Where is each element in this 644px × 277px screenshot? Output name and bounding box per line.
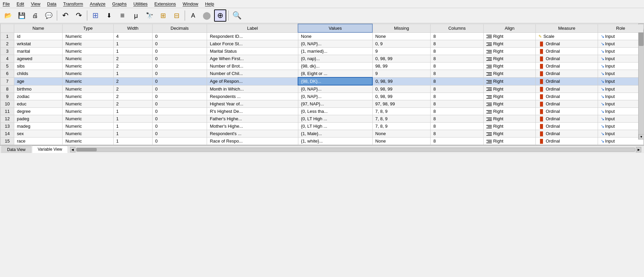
cell-align: Right (483, 40, 536, 48)
dialog-button[interactable]: 💬 (43, 9, 55, 22)
table-row[interactable]: 14sexNumeric10Respondent's ...{1, Male}.… (1, 130, 644, 137)
menu-analyze[interactable]: Analyze (89, 1, 107, 7)
cell-measure: ▐▌Ordinal (536, 40, 598, 48)
toolbar-separator (57, 10, 57, 21)
print-button[interactable]: 🖨 (29, 9, 41, 22)
cell-values: {1, Male}... (298, 130, 372, 137)
cell-columns: 8 (431, 137, 484, 145)
cell-columns: 8 (431, 108, 484, 115)
hscroll-track[interactable] (76, 148, 635, 152)
font-button[interactable]: A (187, 9, 199, 22)
hscroll-left-arrow[interactable]: ◀ (70, 147, 75, 152)
menu-graphs[interactable]: Graphs (111, 1, 128, 7)
mean-button[interactable]: μ (130, 9, 142, 22)
menu-extensions[interactable]: Extensions (153, 1, 177, 7)
col-header-row (1, 24, 14, 32)
cell-decimals: 0 (152, 108, 207, 115)
cell-type: Numeric (63, 62, 113, 70)
table-row[interactable]: 9zodiacNumeric20Respondents ...{0, NAP}.… (1, 93, 644, 100)
table-row[interactable]: 7ageNumeric20Age of Respon...{98, DK}...… (1, 77, 644, 85)
measure-ordinal-icon: ▐▌ (538, 42, 544, 46)
cell-role: ↘Input (598, 115, 643, 123)
cell-align: Right (483, 85, 536, 93)
cell-align: Right (483, 48, 536, 55)
cell-type: Numeric (63, 85, 113, 93)
scroll-down-arrow[interactable]: ▼ (639, 134, 644, 140)
cell-decimals: 0 (152, 40, 207, 48)
cell-values: {0, NAP}... (298, 40, 372, 48)
value-labels-button[interactable]: ⊞ (157, 9, 169, 22)
cell-columns: 8 (431, 40, 484, 48)
find-button[interactable]: 🔭 (143, 9, 156, 22)
table-row[interactable]: 8birthmoNumeric20Month in Which...{0, NA… (1, 85, 644, 93)
menu-view[interactable]: View (29, 1, 42, 7)
cell-row: 5 (1, 62, 14, 70)
vscroll-track[interactable] (639, 29, 644, 134)
cell-columns: 8 (431, 85, 484, 93)
cell-decimals: 0 (152, 85, 207, 93)
menu-transform[interactable]: Transform (62, 1, 85, 7)
table-row[interactable]: 2wrkstatNumeric10Labor Force St...{0, NA… (1, 40, 644, 48)
open-button[interactable]: 📂 (2, 9, 14, 22)
cell-label: Respondent's ... (207, 130, 298, 137)
col-header-role: Role (598, 24, 643, 32)
redo-button[interactable]: ↷ (73, 9, 85, 22)
table-row[interactable]: 10educNumeric20Highest Year of...{97, NA… (1, 100, 644, 108)
table-row[interactable]: 1idNumeric40Respondent ID...NoneNone8 Ri… (1, 32, 644, 40)
cell-width: 2 (113, 77, 152, 85)
table-row[interactable]: 11degreeNumeric10R's Highest De...{0, Le… (1, 108, 644, 115)
cell-decimals: 0 (152, 100, 207, 108)
table-row[interactable]: 6childsNumeric10Number of Chil...{8, Eig… (1, 70, 644, 78)
cell-missing: 7, 8, 9 (372, 123, 431, 130)
role-icon: ↘ (601, 49, 604, 54)
cell-columns: 8 (431, 77, 484, 85)
vertical-scrollbar[interactable]: ▲ ▼ (638, 24, 644, 140)
cell-name: birthmo (14, 85, 63, 93)
hscroll-right-arrow[interactable]: ▶ (636, 147, 641, 152)
cell-missing: None (372, 32, 431, 40)
undo-button[interactable]: ↶ (59, 9, 71, 22)
table-row[interactable]: 3maritalNumeric10Marital Status{1, marri… (1, 48, 644, 55)
cell-width: 4 (113, 32, 152, 40)
cell-measure: ▐▌Ordinal (536, 137, 598, 145)
table-row[interactable]: 5sibsNumeric20Number of Brot...{98, dk}.… (1, 62, 644, 70)
cell-width: 2 (113, 93, 152, 100)
cell-row: 2 (1, 40, 14, 48)
menu-data[interactable]: Data (46, 1, 58, 7)
cell-width: 2 (113, 62, 152, 70)
menu-file[interactable]: File (1, 1, 11, 7)
menu-edit[interactable]: Edit (15, 1, 25, 7)
cell-name: educ (14, 100, 63, 108)
cell-role: ↘Input (598, 137, 643, 145)
role-icon: ↘ (601, 101, 604, 106)
goto-button[interactable]: ⬇ (103, 9, 115, 22)
role-icon: ↘ (601, 34, 604, 39)
table-row[interactable]: 15raceNumeric10Race of Respo...{1, white… (1, 137, 644, 145)
cell-decimals: 0 (152, 130, 207, 137)
menu-utilities[interactable]: Utilities (132, 1, 149, 7)
tab-data-view[interactable]: Data View (1, 146, 31, 153)
cell-align: Right (483, 62, 536, 70)
table-row[interactable]: 4agewedNumeric20Age When First...{0, nap… (1, 55, 644, 62)
col-header-values[interactable]: Values (298, 24, 372, 32)
measure-ordinal-icon: ▐▌ (538, 87, 544, 92)
cell-role: ↘Input (598, 93, 643, 100)
cell-label: Marital Status (207, 48, 298, 55)
cell-row: 7 (1, 77, 14, 85)
menu-window[interactable]: Window (181, 1, 200, 7)
table-row[interactable]: 12padegNumeric10Father's Highe...{0, LT … (1, 115, 644, 123)
cell-values: {97, NAP}... (298, 100, 372, 108)
active-button[interactable]: ⊕ (214, 9, 226, 22)
tab-variable-view[interactable]: Variable View (32, 146, 68, 153)
data-editor-button[interactable]: ⊟ (170, 9, 183, 22)
table-row[interactable]: 13madegNumeric10Mother's Highe...{0, LT … (1, 123, 644, 130)
split-button[interactable]: ≡ (116, 9, 129, 22)
save-button[interactable]: 💾 (16, 9, 28, 22)
cell-values: {0, NAP}... (298, 85, 372, 93)
var-view-button[interactable]: ⊞ (89, 9, 101, 22)
cell-columns: 8 (431, 100, 484, 108)
search-button[interactable]: 🔍 (231, 9, 243, 22)
menu-help[interactable]: Help (204, 1, 215, 7)
overlay-button[interactable]: ⬤ (201, 9, 213, 22)
hscroll-thumb[interactable] (76, 148, 97, 151)
